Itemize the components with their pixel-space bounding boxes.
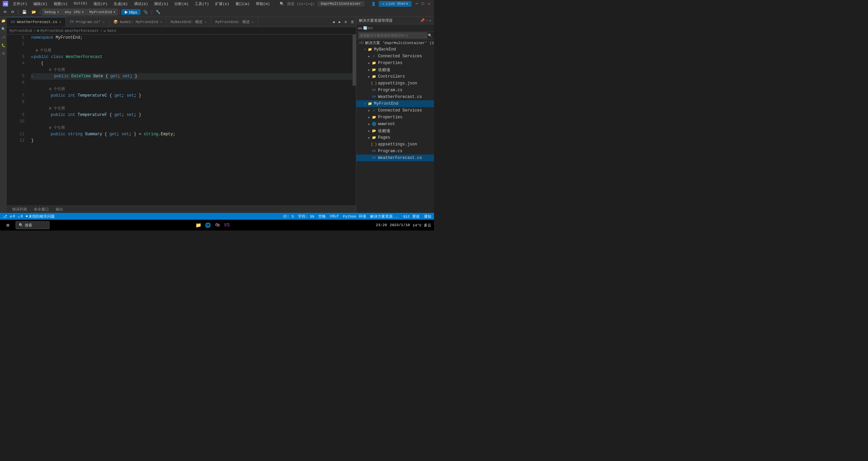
se-search-input[interactable] (358, 33, 427, 38)
tab-frontend-overview[interactable]: MyFrontEnd: 概述 ✕ (211, 17, 258, 27)
menu-extensions[interactable]: 扩展(X) (212, 1, 232, 7)
menu-edit[interactable]: 编辑(E) (31, 1, 50, 7)
status-solution[interactable]: 解决方案资源... (370, 214, 399, 219)
breadcrumb-class[interactable]: MyFrontEnd.WeatherForecast (40, 29, 99, 33)
chevron-right-icon: ▶ (367, 129, 371, 133)
minimize-button[interactable]: — (414, 1, 419, 6)
myfrontend-wwwroot[interactable]: ▶ 🌐 wwwroot (356, 121, 434, 127)
tab-close-icon[interactable]: ✕ (160, 20, 162, 24)
se-search-bar[interactable]: 🔍 (356, 32, 434, 39)
se-close-icon[interactable]: ✕ (429, 18, 431, 23)
platform-dropdown[interactable]: Any CPU ▾ (62, 9, 87, 15)
se-pin-icon[interactable]: 📌 (420, 18, 425, 23)
myfrontend-appsettings[interactable]: { } appsettings.json (356, 141, 434, 148)
project-mybackend[interactable]: ▾ 📁 MyBackEnd (356, 46, 434, 53)
tab-close-icon[interactable]: ✕ (205, 20, 207, 24)
se-back-icon[interactable]: ◀ (358, 26, 360, 30)
status-notifications[interactable]: 通知 (424, 214, 431, 219)
toolbar-attach[interactable]: 📎 (141, 9, 150, 15)
toolbar-redo[interactable]: ⟳ (9, 9, 16, 15)
tab-close-icon[interactable]: ✕ (59, 20, 61, 24)
menu-view[interactable]: 视图(V) (51, 1, 71, 7)
extensions-icon[interactable]: ⧉ (1, 51, 6, 56)
close-button[interactable]: ✕ (427, 1, 431, 6)
tab-errors[interactable]: 错误列表 (10, 206, 30, 213)
tab-menu[interactable]: ☰ (349, 17, 356, 27)
explorer-icon[interactable]: 📁 (1, 18, 6, 24)
tab-scroll-right[interactable]: ▶ (337, 17, 343, 27)
mybackend-connected-services[interactable]: ▶ ⚡ Connected Services (356, 53, 434, 60)
toolbar-open[interactable]: 📂 (30, 9, 38, 15)
se-minimize-icon[interactable]: — (426, 18, 428, 23)
myfrontend-weatherforecast[interactable]: C# WeatherForecast.cs (356, 155, 434, 161)
se-settings-icon[interactable]: ⚙ (371, 26, 373, 30)
tab-program[interactable]: C# Program.cs* ✕ (66, 17, 109, 27)
myfrontend-pages[interactable]: ▶ 📁 Pages (356, 134, 434, 141)
taskbar-app-store[interactable]: 🛍 (213, 221, 222, 229)
tab-nuget[interactable]: 📦 NuGet: MyFrontEnd ✕ (109, 17, 167, 27)
tab-command[interactable]: 命令窗口 (31, 206, 52, 213)
menu-help[interactable]: 帮助(H) (253, 1, 273, 7)
myfrontend-program[interactable]: C# Program.cs (356, 148, 434, 155)
menu-build[interactable]: 生成(B) (111, 1, 131, 7)
taskbar-app-vs[interactable]: VS (223, 221, 231, 229)
myfrontend-connected-services[interactable]: ▶ ⚡ Connected Services (356, 107, 434, 114)
toolbar-undo[interactable]: ⟲ (1, 9, 8, 15)
menu-bar[interactable]: 文件(F) 编辑(E) 视图(V) Git(G) 项目(P) 生成(B) 调试(… (10, 1, 272, 7)
mybackend-dependencies[interactable]: ▶ 📂 依赖项 (356, 66, 434, 73)
code-editor[interactable]: 1 2 3 4 5 6 7 8 9 10 11 12 (7, 35, 356, 205)
taskbar-app-edge[interactable]: 🌐 (204, 221, 212, 229)
git-icon[interactable]: ⎇ (1, 35, 6, 40)
mybackend-appsettings[interactable]: { } appsettings.json (356, 80, 434, 87)
search-activity-icon[interactable]: 🔍 (1, 26, 6, 32)
menu-analyze[interactable]: 分析(N) (172, 1, 191, 7)
menu-debug[interactable]: 调试(D) (131, 1, 151, 7)
mybackend-program[interactable]: C# Program.cs (356, 87, 434, 94)
project-dropdown[interactable]: MyFrontEnd ▾ (87, 9, 118, 15)
tab-weatherforecast[interactable]: C# WeatherForecast.cs ✕ (7, 17, 66, 27)
tab-scroll-left[interactable]: ◀ (331, 17, 337, 27)
se-filter-icon[interactable]: ⊞ (368, 26, 370, 30)
mybackend-weatherforecast[interactable]: C# WeatherForecast.cs (356, 94, 434, 100)
run-button[interactable]: ▶ https (121, 9, 140, 15)
status-env[interactable]: Python 环境 (343, 214, 366, 219)
tab-settings[interactable]: ⚙ (343, 17, 349, 27)
status-errors[interactable]: ⊘ 0 (10, 214, 15, 219)
scrollbar-thumb[interactable] (353, 35, 356, 86)
taskbar-search[interactable]: 🔍 搜索 (16, 221, 50, 229)
restore-button[interactable]: □ (420, 1, 425, 6)
menu-test[interactable]: 测试(S) (151, 1, 171, 7)
project-myfrontend[interactable]: ▾ 📁 MyFrontEnd (356, 100, 434, 107)
menu-project[interactable]: 项目(P) (91, 1, 110, 7)
toolbar-save[interactable]: 💾 (20, 9, 29, 15)
toolbar-diagnostics[interactable]: 🔧 (154, 9, 163, 15)
vertical-scrollbar[interactable] (353, 35, 356, 205)
status-git[interactable]: Git 更改 (403, 214, 420, 219)
tab-backend-overview[interactable]: MyBackEnd: 概述 ✕ (167, 17, 211, 27)
menu-tools[interactable]: 工具(T) (192, 1, 212, 7)
debug-config-dropdown[interactable]: Debug ▾ (42, 9, 62, 15)
menu-git[interactable]: Git(G) (71, 1, 90, 7)
mybackend-controllers[interactable]: ▶ 📁 Controllers (356, 73, 434, 80)
code-content[interactable]: namespace MyFrontEnd; 0 个引用 ⊟ public cla… (29, 35, 353, 205)
se-forward-icon[interactable]: ▶ (360, 26, 362, 30)
mybackend-properties[interactable]: ▶ 📁 Properties (356, 60, 434, 66)
live-share-button[interactable]: ⚡ Live Share (379, 1, 412, 7)
solution-root[interactable]: ▾ ⬡ 解决方案 'DaprMultiContainer' (2 个项目, (356, 39, 434, 46)
tab-output[interactable]: 输出 (53, 206, 66, 213)
status-warnings[interactable]: ⚠ 0 (18, 214, 23, 219)
start-button[interactable]: ⊞ (3, 221, 13, 229)
menu-window[interactable]: 窗口(W) (233, 1, 252, 7)
taskbar-app-explorer[interactable]: 📁 (194, 221, 203, 229)
myfrontend-properties[interactable]: ▶ 📁 Properties (356, 114, 434, 121)
myfrontend-dependencies[interactable]: ▶ 📂 依赖项 (356, 127, 434, 134)
se-search-icon[interactable]: 🔍 (428, 34, 432, 38)
se-sync-icon[interactable]: 🔄 (363, 26, 367, 30)
breadcrumb-member[interactable]: Date (107, 29, 116, 33)
menu-file[interactable]: 文件(F) (10, 1, 30, 7)
tab-close-icon[interactable]: ✕ (252, 20, 254, 24)
toolbar-sep3 (119, 9, 120, 15)
tab-close-icon[interactable]: ✕ (103, 20, 105, 24)
breadcrumb-project[interactable]: MyFrontEnd (10, 29, 32, 33)
debug-activity-icon[interactable]: 🐛 (1, 43, 6, 48)
